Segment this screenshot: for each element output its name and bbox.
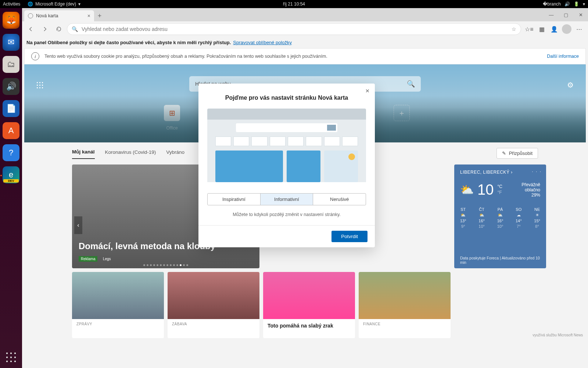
- news-image: [168, 272, 259, 319]
- address-placeholder: Vyhledat nebo zadat webovou adresu: [82, 26, 168, 32]
- weather-now-icon: ⛅: [460, 183, 474, 196]
- news-image: [359, 272, 451, 319]
- news-category: ZPRÁVY: [72, 319, 164, 327]
- show-applications-button[interactable]: [6, 352, 17, 363]
- dock-software-icon[interactable]: A: [3, 122, 19, 139]
- quicklink-add[interactable]: ＋: [394, 105, 410, 121]
- favorites-hint-text: Na panel Oblíbené položky si dejte často…: [26, 40, 231, 45]
- dock-rhythmbox-icon[interactable]: 🔊: [3, 78, 19, 95]
- app-launcher-button[interactable]: [35, 80, 45, 90]
- dock-firefox-icon[interactable]: 🦊: [3, 12, 19, 29]
- feed-tab-covid[interactable]: Koronavirus (Covid-19): [105, 148, 156, 159]
- gnome-top-bar: Activities 🌐 Microsoft Edge (dev) ▾ říj …: [0, 0, 588, 8]
- layout-option-inspirational[interactable]: Inspirativní: [208, 194, 261, 205]
- window-close-button[interactable]: ✕: [573, 8, 588, 21]
- modal-close-button[interactable]: ✕: [365, 88, 370, 94]
- network-icon[interactable]: �branch: [543, 1, 561, 7]
- account-button[interactable]: 👤: [548, 23, 560, 35]
- feed-tab-selected[interactable]: Vybráno: [166, 148, 184, 159]
- dev-badge: DEV: [3, 179, 19, 183]
- chevron-down-icon[interactable]: ▾: [583, 1, 585, 7]
- window-minimize-button[interactable]: —: [544, 8, 559, 21]
- weather-card[interactable]: · · · LIBEREC, LIBERECKÝ › ⛅ 10 °C °F Př…: [454, 164, 546, 268]
- news-image: [72, 272, 164, 319]
- new-tab-button[interactable]: +: [94, 10, 105, 21]
- cookie-more-link[interactable]: Další informace: [547, 54, 579, 59]
- tab-strip: Nová karta × + — ▢ ✕: [22, 8, 588, 21]
- customize-label: Přizpůsobit: [509, 151, 533, 156]
- dock-writer-icon[interactable]: 📄: [3, 100, 19, 117]
- cookie-notice-bar: i Tento web využívá soubory cookie pro a…: [24, 48, 586, 64]
- pencil-icon: ✎: [502, 151, 506, 156]
- info-icon: i: [31, 52, 39, 60]
- news-title: Toto pomáhá na slabý zrak: [263, 323, 355, 329]
- news-card[interactable]: FINANCE: [359, 272, 451, 338]
- favorites-button[interactable]: ☆≡: [523, 23, 535, 35]
- nav-back-button[interactable]: [25, 23, 37, 35]
- globe-icon: [28, 13, 33, 18]
- news-image: [263, 272, 355, 319]
- weather-desc: Převážně oblačno: [521, 182, 540, 192]
- modal-confirm-button[interactable]: Potvrdit: [331, 231, 368, 242]
- weather-temp: 10: [477, 181, 494, 198]
- unit-f[interactable]: °F: [498, 190, 502, 195]
- news-category: ZÁBAVA: [168, 319, 259, 327]
- ad-badge: Reklama: [79, 256, 97, 262]
- apps-grid-icon: [6, 352, 17, 363]
- dock-thunderbird-icon[interactable]: ✉: [3, 34, 19, 51]
- profile-avatar[interactable]: [561, 23, 573, 35]
- search-submit-icon[interactable]: 🔍: [407, 80, 415, 88]
- favorites-hint-bar: Na panel Oblíbené položky si dejte často…: [22, 37, 588, 48]
- cookie-text: Tento web využívá soubory cookie pro ana…: [44, 54, 327, 59]
- weather-forecast: ST⛅13°9° ČT⛅16°10° PÁ⛅16°10° SO☁14°7° NE…: [460, 206, 540, 230]
- weather-footer: Data poskytuje Foreca | Aktualizováno př…: [460, 256, 540, 265]
- weather-humidity: 29%: [531, 192, 540, 198]
- clock[interactable]: říj 21 10:54: [283, 1, 305, 7]
- manage-favorites-link[interactable]: Spravovat oblíbené položky: [233, 40, 292, 45]
- tab-close-icon[interactable]: ×: [87, 13, 90, 19]
- volume-icon[interactable]: 🔊: [564, 1, 570, 7]
- dock-edge-dev-icon[interactable]: eDEV: [3, 166, 19, 183]
- active-app-label: Microsoft Edge (dev): [35, 1, 76, 7]
- activities-button[interactable]: Activities: [3, 1, 20, 7]
- carousel-prev-button[interactable]: ‹: [74, 216, 82, 234]
- dock-help-icon[interactable]: ?: [3, 144, 19, 161]
- quicklink-office[interactable]: ⊞ Office: [164, 105, 180, 131]
- edge-icon: 🌐: [28, 1, 33, 7]
- address-bar[interactable]: 🔍 Vyhledat nebo zadat webovou adresu ☆: [67, 23, 521, 35]
- ubuntu-dock: 🦊 ✉ 🗂 🔊 📄 A ? eDEV: [0, 8, 22, 368]
- nav-forward-button[interactable]: [39, 23, 51, 35]
- settings-menu-button[interactable]: ⋯: [573, 23, 585, 35]
- chevron-down-icon: ▾: [78, 1, 80, 7]
- plus-icon: ＋: [394, 105, 410, 121]
- news-card[interactable]: ZPRÁVY: [72, 272, 164, 338]
- active-app-menu[interactable]: 🌐 Microsoft Edge (dev) ▾: [28, 1, 80, 7]
- weather-location: LIBEREC, LIBERECKÝ: [460, 170, 509, 175]
- browser-toolbar: 🔍 Vyhledat nebo zadat webovou adresu ☆ ☆…: [22, 21, 588, 37]
- page-settings-button[interactable]: ⚙: [565, 80, 576, 90]
- news-card[interactable]: Toto pomáhá na slabý zrak: [263, 272, 355, 338]
- edge-window: Nová karta × + — ▢ ✕ 🔍 Vyhledat nebo zad…: [22, 8, 588, 368]
- modal-illustration: [207, 109, 366, 182]
- search-icon: 🔍: [72, 26, 78, 32]
- layout-option-informational[interactable]: Informativní: [261, 194, 313, 205]
- battery-icon[interactable]: 🔋: [574, 1, 579, 7]
- customize-feed-button[interactable]: ✎ Přizpůsobit: [496, 148, 538, 159]
- nav-refresh-button[interactable]: [53, 23, 65, 35]
- collections-button[interactable]: ▦: [536, 23, 548, 35]
- modal-note: Můžete to kdykoli později změnit v nasta…: [198, 205, 375, 225]
- window-maximize-button[interactable]: ▢: [559, 8, 573, 21]
- weather-menu-button[interactable]: · · ·: [532, 169, 542, 174]
- layout-option-focused[interactable]: Nerušivé: [313, 194, 366, 205]
- favorite-star-icon[interactable]: ☆: [512, 26, 516, 32]
- ntp-setup-modal: ✕ Pojďme pro vás nastavit stránku Nová k…: [198, 84, 375, 247]
- dock-files-icon[interactable]: 🗂: [3, 56, 19, 73]
- carousel-dots[interactable]: [143, 264, 188, 266]
- unit-c[interactable]: °C: [498, 184, 502, 189]
- news-card[interactable]: ZÁBAVA: [168, 272, 259, 338]
- feed-tab-mychannel[interactable]: Můj kanál: [72, 148, 95, 159]
- quicklink-label: Office: [166, 125, 178, 131]
- grid-icon: [36, 82, 43, 88]
- tab-title: Nová karta: [36, 13, 58, 18]
- tab-new[interactable]: Nová karta ×: [24, 10, 94, 21]
